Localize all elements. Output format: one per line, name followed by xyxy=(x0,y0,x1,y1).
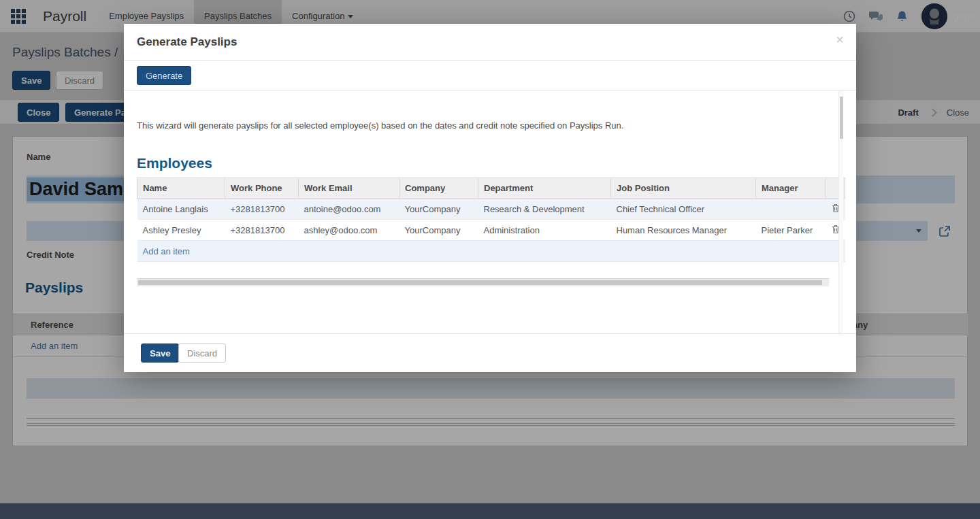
employees-table-header-row: Name Work Phone Work Email Company Depar… xyxy=(137,178,845,199)
cell-company[interactable]: YourCompany xyxy=(399,199,478,220)
horizontal-scrollbar[interactable] xyxy=(137,278,829,286)
cell-department[interactable]: Administration xyxy=(478,220,611,241)
vertical-scrollbar[interactable] xyxy=(838,91,843,333)
table-row[interactable]: Ashley Presley +3281813700 ashley@odoo.c… xyxy=(137,220,845,241)
cell-manager[interactable] xyxy=(756,199,826,220)
col-work-email[interactable]: Work Email xyxy=(299,178,399,199)
col-job-position[interactable]: Job Position xyxy=(611,178,756,199)
employees-section-heading: Employees xyxy=(137,155,212,171)
cell-manager[interactable]: Pieter Parker xyxy=(756,220,826,241)
horizontal-scrollbar-thumb[interactable] xyxy=(138,280,822,285)
add-item-link[interactable]: Add an item xyxy=(143,246,190,256)
generate-button[interactable]: Generate xyxy=(137,66,191,85)
cell-work-phone[interactable]: +3281813700 xyxy=(225,199,299,220)
col-work-phone[interactable]: Work Phone xyxy=(225,178,299,199)
col-manager[interactable]: Manager xyxy=(756,178,826,199)
cell-work-email[interactable]: antoine@odoo.com xyxy=(299,199,399,220)
table-row[interactable]: Antoine Langlais +3281813700 antoine@odo… xyxy=(137,199,845,220)
close-icon[interactable]: × xyxy=(836,33,844,46)
add-item-row: Add an item xyxy=(137,241,845,262)
col-department[interactable]: Department xyxy=(478,178,611,199)
cell-job-position[interactable]: Human Resources Manager xyxy=(611,220,756,241)
screen: Payroll Employee Payslips Payslips Batch… xyxy=(0,0,980,519)
discard-button[interactable]: Discard xyxy=(178,344,226,363)
cell-work-phone[interactable]: +3281813700 xyxy=(225,220,299,241)
generate-payslips-modal: Generate Payslips × Generate This wizard… xyxy=(124,24,856,372)
modal-button-bar: Generate xyxy=(124,61,856,90)
col-company[interactable]: Company xyxy=(399,178,478,199)
wizard-description: This wizard will generate payslips for a… xyxy=(137,120,829,131)
cell-name[interactable]: Antoine Langlais xyxy=(137,199,225,220)
col-name[interactable]: Name xyxy=(137,178,225,199)
vertical-scrollbar-thumb[interactable] xyxy=(840,97,843,139)
modal-title: Generate Payslips xyxy=(137,35,237,49)
cell-work-email[interactable]: ashley@odoo.com xyxy=(299,220,399,241)
modal-footer: Save Discard xyxy=(124,333,856,372)
cell-department[interactable]: Research & Development xyxy=(478,199,611,220)
cell-job-position[interactable]: Chief Technical Officer xyxy=(611,199,756,220)
modal-header: Generate Payslips × xyxy=(124,24,856,61)
employees-table: Name Work Phone Work Email Company Depar… xyxy=(137,178,845,262)
cell-company[interactable]: YourCompany xyxy=(399,220,478,241)
save-button[interactable]: Save xyxy=(141,344,179,363)
cell-name[interactable]: Ashley Presley xyxy=(137,220,225,241)
